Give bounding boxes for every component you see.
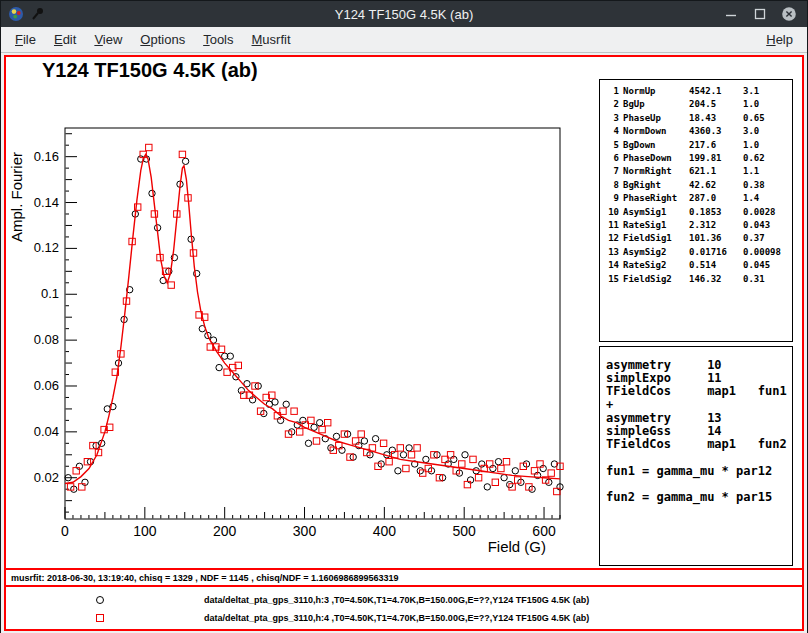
maximize-button[interactable] (752, 6, 768, 22)
menubar: File Edit View Options Tools Musrfit Hel… (1, 27, 807, 53)
param-name: PhaseRight (623, 192, 685, 205)
svg-text:0.14: 0.14 (34, 195, 59, 210)
svg-text:100: 100 (133, 523, 157, 539)
param-value: 146.32 (689, 273, 739, 286)
svg-text:300: 300 (293, 523, 317, 539)
svg-text:0.08: 0.08 (34, 332, 59, 347)
param-error: 3.1 (743, 85, 792, 98)
canvas-margin: 01002003004005006000.020.040.060.080.10.… (1, 53, 807, 633)
param-number: 8 (606, 179, 619, 192)
param-error: 0.00098 (743, 246, 792, 259)
legend-label: data/deltat_pta_gps_3110,h:3 ,T0=4.50K,T… (204, 595, 589, 605)
param-value: 2.312 (689, 219, 739, 232)
theory-line: fun2 = gamma_mu * par15 (606, 491, 786, 504)
app-icon[interactable] (8, 6, 24, 22)
svg-text:0.12: 0.12 (34, 240, 59, 255)
param-box: 1 NormUp 4542.1 3.1 2 BgUp 204.5 1.0 (599, 79, 793, 342)
param-name: PhaseDown (623, 152, 685, 165)
param-row: 5 BgDown 217.6 1.0 (606, 139, 792, 152)
close-button[interactable] (781, 6, 797, 22)
pin-icon[interactable] (31, 6, 47, 22)
param-number: 7 (606, 165, 619, 178)
param-number: 13 (606, 246, 619, 259)
param-value: 621.1 (689, 165, 739, 178)
app-window: Y124 TF150G 4.5K (ab) File Edit View (0, 0, 808, 633)
legend-label: data/deltat_pta_gps_3110,h:4 ,T0=4.50K,T… (204, 613, 589, 623)
param-value: 0.514 (689, 259, 739, 272)
theory-line: + (606, 399, 786, 412)
param-name: NormDown (623, 125, 685, 138)
svg-text:Field (G): Field (G) (488, 538, 546, 555)
fit-info-pad: musrfit: 2018-06-30, 13:19:40, chisq = 1… (6, 568, 802, 587)
param-error: 1.0 (743, 98, 792, 111)
plot-svg[interactable]: 01002003004005006000.020.040.060.080.10.… (6, 57, 606, 562)
theory-line: TFieldCos map1 fun1 (606, 385, 786, 398)
param-row: 13 AsymSig2 0.01716 0.00098 (606, 246, 792, 259)
param-row: 10 AsymSig1 0.1853 0.0028 (606, 206, 792, 219)
param-value: 199.81 (689, 152, 739, 165)
menu-item[interactable]: Edit (45, 30, 85, 49)
root-canvas: 01002003004005006000.020.040.060.080.10.… (4, 55, 804, 631)
menu-item[interactable]: Musrfit (243, 30, 300, 49)
param-number: 5 (606, 139, 619, 152)
svg-text:0.1: 0.1 (41, 286, 59, 301)
menu-item[interactable]: Options (131, 30, 194, 49)
menu-item[interactable]: View (85, 30, 131, 49)
param-name: BgDown (623, 139, 685, 152)
param-error: 0.0028 (743, 206, 792, 219)
svg-text:0.16: 0.16 (34, 149, 59, 164)
param-row: 15 FieldSig2 146.32 0.31 (606, 273, 792, 286)
param-row: 1 NormUp 4542.1 3.1 (606, 85, 792, 98)
param-number: 6 (606, 152, 619, 165)
param-error: 0.37 (743, 232, 792, 245)
param-name: BgRight (623, 179, 685, 192)
param-number: 12 (606, 232, 619, 245)
param-value: 101.36 (689, 232, 739, 245)
legend-row: data/deltat_pta_gps_3110,h:3 ,T0=4.50K,T… (6, 591, 802, 609)
legend-marker (96, 614, 104, 622)
param-number: 1 (606, 85, 619, 98)
param-name: FieldSig1 (623, 232, 685, 245)
param-error: 1.0 (743, 139, 792, 152)
param-number: 11 (606, 219, 619, 232)
param-row: 14 RateSig2 0.514 0.045 (606, 259, 792, 272)
param-row: 9 PhaseRight 287.0 1.4 (606, 192, 792, 205)
param-row: 4 NormDown 4360.3 3.0 (606, 125, 792, 138)
menu-item-help[interactable]: Help (757, 30, 802, 49)
theory-line: fun1 = gamma_mu * par12 (606, 465, 786, 478)
legend-row: data/deltat_pta_gps_3110,h:4 ,T0=4.50K,T… (6, 609, 802, 627)
param-row: 12 FieldSig1 101.36 0.37 (606, 232, 792, 245)
titlebar[interactable]: Y124 TF150G 4.5K (ab) (1, 1, 807, 27)
param-row: 3 PhaseUp 18.43 0.65 (606, 112, 792, 125)
param-number: 3 (606, 112, 619, 125)
legend-marker (96, 596, 104, 604)
minimize-button[interactable] (723, 6, 739, 22)
plot-title: Y124 TF150G 4.5K (ab) (42, 59, 258, 82)
param-number: 14 (606, 259, 619, 272)
param-number: 9 (606, 192, 619, 205)
param-value: 18.43 (689, 112, 739, 125)
param-number: 15 (606, 273, 619, 286)
param-name: BgUp (623, 98, 685, 111)
window-title: Y124 TF150G 4.5K (ab) (1, 7, 807, 22)
svg-text:600: 600 (532, 523, 556, 539)
param-name: PhaseUp (623, 112, 685, 125)
fit-info-text: musrfit: 2018-06-30, 13:19:40, chisq = 1… (11, 573, 398, 583)
param-error: 3.0 (743, 125, 792, 138)
param-name: RateSig1 (623, 219, 685, 232)
param-value: 217.6 (689, 139, 739, 152)
param-row: 8 BgRight 42.62 0.38 (606, 179, 792, 192)
param-value: 42.62 (689, 179, 739, 192)
param-name: NormRight (623, 165, 685, 178)
plot-pad[interactable]: 01002003004005006000.020.040.060.080.10.… (6, 57, 802, 568)
svg-text:0.04: 0.04 (34, 424, 59, 439)
param-value: 204.5 (689, 98, 739, 111)
theory-line: TFieldCos map1 fun2 (606, 438, 786, 451)
svg-text:500: 500 (453, 523, 477, 539)
svg-text:200: 200 (213, 523, 237, 539)
param-value: 4360.3 (689, 125, 739, 138)
param-row: 2 BgUp 204.5 1.0 (606, 98, 792, 111)
menu-item[interactable]: Tools (194, 30, 242, 49)
param-row: 7 NormRight 621.1 1.1 (606, 165, 792, 178)
menu-item[interactable]: File (6, 30, 45, 49)
